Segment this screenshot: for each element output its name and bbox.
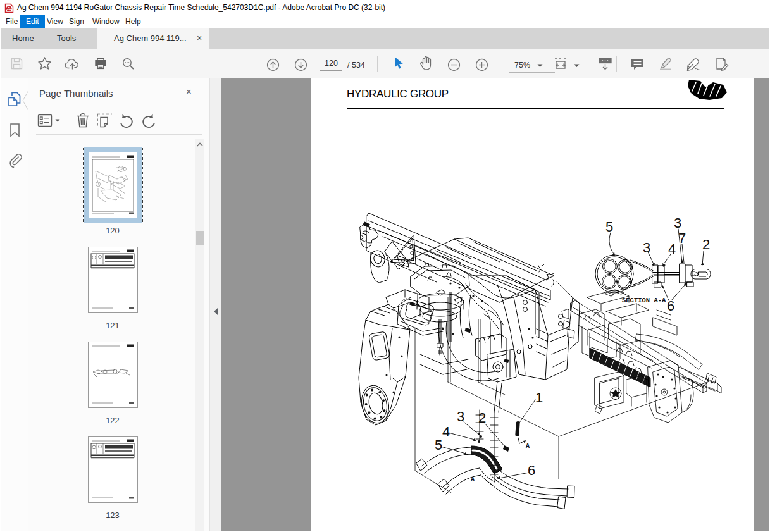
- svg-text:2: 2: [478, 410, 486, 426]
- svg-text:6: 6: [528, 462, 535, 478]
- svg-text:A: A: [526, 443, 530, 450]
- svg-text:4: 4: [668, 241, 676, 257]
- svg-text:3: 3: [674, 215, 681, 231]
- svg-text:6: 6: [667, 298, 674, 314]
- svg-text:2: 2: [702, 237, 710, 252]
- svg-text:5: 5: [435, 437, 442, 453]
- svg-text:SECTION A-A: SECTION A-A: [622, 297, 666, 304]
- svg-text:7: 7: [678, 230, 686, 246]
- svg-text:5: 5: [605, 219, 613, 235]
- svg-text:1: 1: [535, 390, 543, 405]
- svg-text:3: 3: [643, 240, 650, 256]
- svg-text:A: A: [471, 476, 475, 483]
- svg-text:3: 3: [457, 409, 464, 424]
- svg-text:4: 4: [442, 424, 450, 440]
